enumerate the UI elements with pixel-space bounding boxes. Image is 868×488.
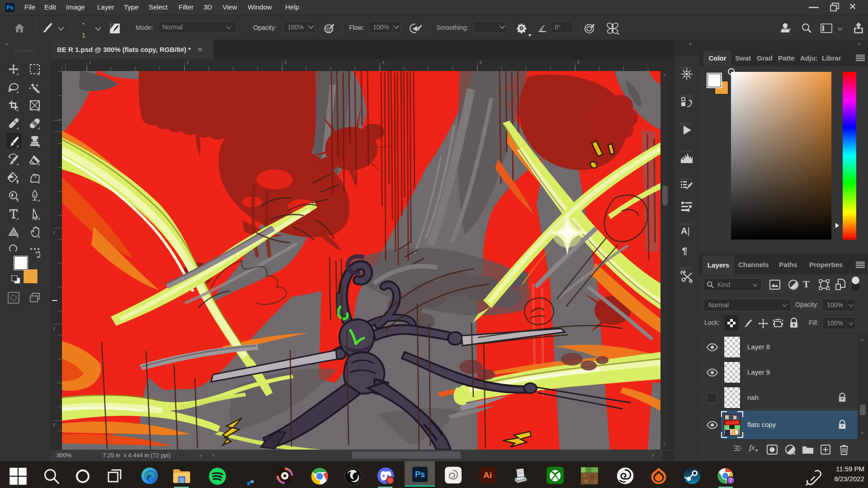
svg-text:7: 7 [729, 478, 732, 483]
